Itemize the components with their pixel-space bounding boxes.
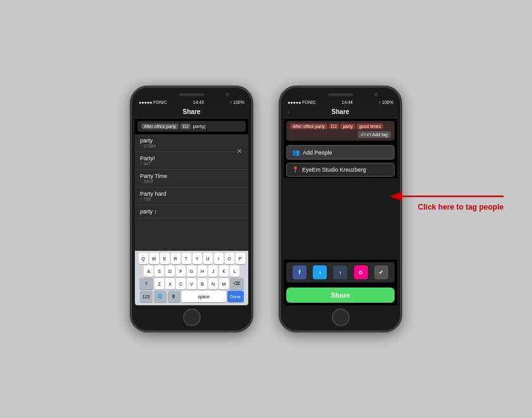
share-flickr[interactable]: ✿ [354, 265, 368, 279]
suggestion-item-4[interactable]: Party hard ↑ 758 [135, 187, 248, 205]
kb-row-3: ⇧ Z X C V B N M ⌫ [136, 278, 247, 289]
scene: ●●●●● FONIC 14:43 ↑ 100% Share After off… [130, 86, 402, 332]
spacer-2 [284, 178, 397, 260]
speaker [179, 93, 205, 96]
key-shift[interactable]: ⇧ [139, 278, 153, 289]
key-d[interactable]: D [165, 265, 175, 277]
back-button-2[interactable]: ‹ [288, 109, 289, 115]
tags-row-2: After office party DJ party good times [290, 124, 391, 129]
suggestion-count-4: ↑ 758 [140, 197, 243, 201]
home-button-1[interactable] [183, 308, 201, 326]
key-space[interactable]: space [182, 291, 226, 302]
share-twitter[interactable]: t [313, 265, 327, 279]
share-tumblr[interactable]: t [333, 265, 347, 279]
key-num[interactable]: 123 [140, 291, 153, 302]
suggestion-count-3: ↑ 2407 [140, 179, 243, 184]
key-l[interactable]: L [230, 265, 239, 277]
suggestion-name-1: party [140, 137, 243, 144]
key-q[interactable]: Q [139, 253, 148, 264]
tag-chip-1: After office party [141, 124, 179, 129]
nav-title-1: Share [183, 108, 201, 115]
key-p[interactable]: P [236, 253, 245, 264]
add-people-row[interactable]: 👥 Add People [286, 145, 395, 160]
key-s[interactable]: S [155, 265, 164, 277]
key-y[interactable]: Y [193, 253, 202, 264]
phone1: ●●●●● FONIC 14:43 ↑ 100% Share After off… [130, 86, 253, 332]
navbar-1: Share [135, 106, 248, 118]
share-facebook[interactable]: f [293, 265, 307, 279]
status-bar-1: ●●●●● FONIC 14:43 ↑ 100% [135, 99, 248, 106]
key-backspace[interactable]: ⌫ [230, 278, 244, 289]
tag-icon: 🏷 [361, 132, 365, 137]
suggestion-item-2[interactable]: Party! ↑ 347 [135, 152, 248, 170]
key-a[interactable]: A [144, 265, 153, 277]
key-mic[interactable]: 🎙 [168, 291, 180, 302]
suggestion-list: party ↑ 27384 Party! ↑ 347 Party Time ↑ … [135, 134, 248, 251]
suggestion-count-1: ↑ 27384 [140, 144, 243, 148]
key-k[interactable]: K [219, 265, 229, 277]
close-icon-1[interactable]: ✕ [237, 148, 242, 155]
tag-input-text: party| [193, 124, 205, 129]
key-h[interactable]: H [198, 265, 207, 277]
annotation-text: Click here to tag people [408, 203, 513, 212]
share-bar: f t t ✿ ✔ [286, 262, 395, 282]
phone1-wrapper: ●●●●● FONIC 14:43 ↑ 100% Share After off… [130, 86, 253, 332]
key-done[interactable]: Done [227, 291, 244, 302]
status-left-2: ●●●●● FONIC [288, 100, 316, 104]
key-globe[interactable]: 🌐 [154, 291, 167, 302]
key-c[interactable]: C [176, 278, 186, 289]
suggestion-name-2: Party! [140, 155, 243, 162]
tags-area-2: After office party DJ party good times 🏷… [286, 121, 395, 141]
camera-dot [225, 92, 229, 96]
tag-chip-r3: party [340, 124, 355, 129]
suggestion-item-5[interactable]: party ↑ [135, 205, 248, 218]
suggestion-name-4: Party hard [140, 191, 243, 197]
signal-2: ●●●●● FONIC [288, 100, 316, 104]
tag-chip-r2: DJ [329, 124, 339, 129]
key-r[interactable]: R [171, 253, 180, 264]
camera-dot-2 [374, 92, 378, 96]
status-right-2: ↑ 100% [379, 100, 393, 104]
keyboard: Q W E R T Y U I O P A S D [135, 251, 248, 305]
location-icon: 📍 [292, 167, 299, 173]
location-row[interactable]: 📍 EyeEm Studio Kreuzberg [286, 163, 395, 177]
key-e[interactable]: E [160, 253, 170, 264]
time-2: 14:44 [341, 100, 353, 104]
battery-1: ↑ 100% [230, 100, 244, 104]
suggestion-item-3[interactable]: Party Time ↑ 2407 [135, 170, 248, 187]
key-n[interactable]: N [208, 278, 218, 289]
key-u[interactable]: U [203, 253, 213, 264]
nav-title-2: Share [332, 108, 350, 115]
add-tag-label[interactable]: 🏷 🏷 Add tag [358, 131, 391, 138]
phone2-screen: ●●●●● FONIC 14:44 ↑ 100% ‹ Share After o… [284, 99, 397, 305]
share-button[interactable]: Share [286, 288, 395, 303]
key-v[interactable]: V [187, 278, 196, 289]
suggestion-name-3: Party Time [140, 173, 243, 179]
key-j[interactable]: J [208, 265, 218, 277]
key-z[interactable]: Z [155, 278, 164, 289]
key-i[interactable]: I [214, 253, 224, 264]
tag-chip-r4: good times [357, 124, 383, 129]
key-m[interactable]: M [219, 278, 229, 289]
phone2-wrapper: ●●●●● FONIC 14:44 ↑ 100% ‹ Share After o… [279, 86, 402, 332]
kb-row-1: Q W E R T Y U I O P [136, 253, 247, 264]
suggestion-item-1[interactable]: party ↑ 27384 [135, 134, 248, 152]
key-f[interactable]: F [176, 265, 186, 277]
key-w[interactable]: W [149, 253, 159, 264]
tag-input-1[interactable]: After office party DJ party| [137, 121, 246, 132]
key-g[interactable]: G [187, 265, 196, 277]
add-tag-button[interactable]: 🏷 🏷 Add tag [290, 131, 391, 138]
key-b[interactable]: B [198, 278, 207, 289]
home-button-2[interactable] [332, 308, 350, 326]
key-o[interactable]: O [225, 253, 234, 264]
annotation-arrow [396, 184, 510, 247]
signal-1: ●●●●● FONIC [139, 100, 167, 104]
status-right-1: ↑ 100% [230, 100, 244, 104]
share-extra[interactable]: ✔ [374, 265, 388, 279]
key-x[interactable]: X [165, 278, 175, 289]
key-t[interactable]: T [182, 253, 191, 264]
phone2-top [284, 93, 397, 96]
phone1-top [135, 93, 248, 96]
battery-2: ↑ 100% [379, 100, 393, 104]
kb-row-2: A S D F G H J K L [136, 265, 247, 277]
